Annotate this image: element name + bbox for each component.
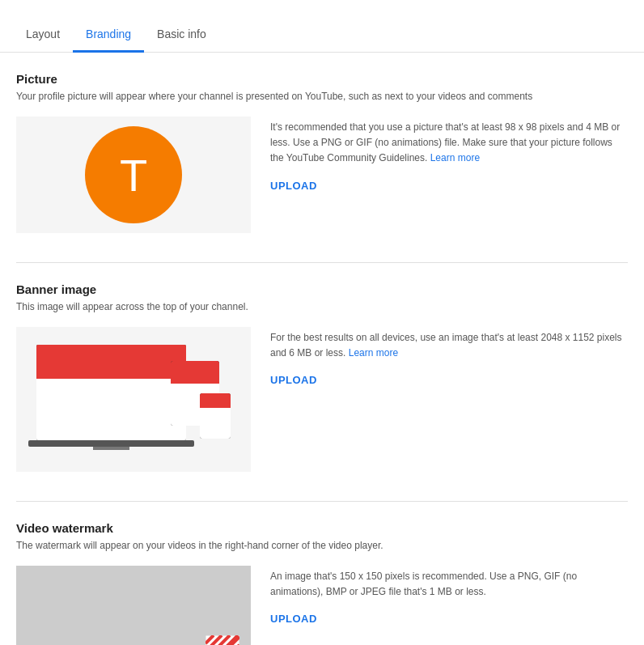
picture-body: T It's recommended that you use a pictur… [16, 117, 628, 233]
laptop-screen [36, 345, 186, 440]
divider-2 [16, 501, 628, 502]
phone-content-area [200, 408, 231, 439]
picture-upload-button[interactable]: UPLOAD [270, 180, 317, 192]
main-content: Picture Your profile picture will appear… [0, 53, 644, 645]
watermark-body: ▶ ▶| 🔊 ⚙ ▢ ❐ An i [16, 566, 628, 645]
watermark-upload-button[interactable]: UPLOAD [270, 613, 317, 625]
banner-title: Banner image [16, 282, 628, 296]
tablet-banner-area [171, 361, 219, 384]
picture-subtitle: Your profile picture will appear where y… [16, 89, 628, 104]
watermark-preview: ▶ ▶| 🔊 ⚙ ▢ ❐ [16, 566, 251, 645]
tab-basic-info[interactable]: Basic info [144, 28, 219, 53]
banner-section: Banner image This image will appear acro… [16, 282, 628, 472]
watermark-icon-svg [205, 635, 239, 645]
watermark-subtitle: The watermark will appear on your videos… [16, 538, 628, 553]
watermark-section: Video watermark The watermark will appea… [16, 521, 628, 645]
picture-info-text: It's recommended that you use a picture … [270, 120, 628, 167]
watermark-info-text: An image that's 150 x 150 pixels is reco… [270, 569, 628, 600]
avatar: T [85, 126, 182, 223]
laptop-content-area [36, 379, 186, 440]
watermark-icon [205, 635, 239, 645]
watermark-title: Video watermark [16, 521, 628, 535]
picture-learn-more-link[interactable]: Learn more [430, 152, 480, 163]
picture-section: Picture Your profile picture will appear… [16, 72, 628, 233]
banner-subtitle: This image will appear across the top of… [16, 299, 628, 314]
laptop-base [28, 440, 194, 447]
tab-layout[interactable]: Layout [13, 28, 73, 53]
banner-upload-button[interactable]: UPLOAD [270, 374, 317, 386]
picture-info-panel: It's recommended that you use a picture … [270, 117, 628, 192]
watermark-video-area [16, 566, 251, 645]
top-nav: Layout Branding Basic info [0, 0, 644, 53]
banner-learn-more-link[interactable]: Learn more [349, 347, 398, 359]
phone-device [200, 393, 231, 439]
banner-body: For the best results on all devices, use… [16, 327, 628, 472]
divider-1 [16, 262, 628, 263]
watermark-info-panel: An image that's 150 x 150 pixels is reco… [270, 566, 628, 625]
banner-preview [16, 327, 251, 472]
banner-devices-illustration [36, 337, 231, 462]
tab-branding[interactable]: Branding [73, 28, 144, 53]
phone-banner-area [200, 393, 231, 408]
laptop-banner-area [36, 345, 186, 379]
picture-title: Picture [16, 72, 628, 86]
banner-info-text: For the best results on all devices, use… [270, 330, 628, 361]
banner-info-panel: For the best results on all devices, use… [270, 327, 628, 386]
picture-preview: T [16, 117, 251, 233]
